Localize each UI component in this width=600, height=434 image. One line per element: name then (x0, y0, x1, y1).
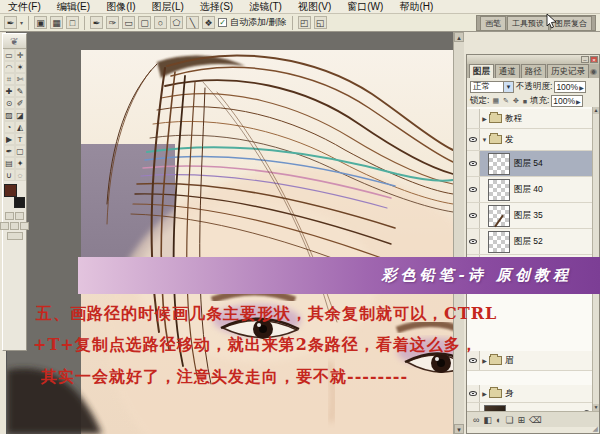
zoom-tool-icon[interactable]: ◌ (15, 169, 26, 181)
magic-wand-tool-icon[interactable]: ✶ (15, 61, 26, 73)
dodge-tool-icon[interactable]: ◭ (15, 121, 26, 133)
scroll-up-icon[interactable]: ▲ (593, 107, 599, 114)
menu-select[interactable]: 选择(S) (192, 0, 241, 14)
dropdown-arrow-icon[interactable]: ▼ (503, 82, 513, 92)
opacity-input[interactable]: 100%▶ (554, 81, 585, 93)
scroll-down-icon[interactable]: ▼ (593, 404, 599, 411)
layer-row-group[interactable]: ▶ 教程 (467, 109, 592, 129)
quick-mask-mode-button[interactable] (15, 212, 24, 220)
layer-mask-icon[interactable]: ◐ (496, 413, 501, 427)
tab-channels[interactable]: 通道 (495, 64, 520, 78)
history-brush-tool-icon[interactable]: ✐ (15, 97, 26, 109)
lock-transparency-icon[interactable]: ▦ (492, 97, 499, 105)
screen-mode-button-3[interactable] (20, 222, 29, 230)
visibility-toggle[interactable] (467, 403, 480, 411)
custom-shape-tool-button[interactable]: ❖ (202, 16, 215, 29)
crop-tool-icon[interactable]: ⌗ (4, 73, 15, 85)
menu-view[interactable]: 视图(V) (290, 0, 339, 14)
ellipse-tool-button[interactable]: ○ (154, 16, 167, 29)
collapse-arrow-icon[interactable]: ▶ (480, 357, 489, 364)
fill-arrow-icon[interactable]: ▶ (576, 98, 581, 105)
pen-tool-preset-icon[interactable]: ✒ (4, 16, 17, 29)
freeform-pen-tool-button[interactable]: ✑ (106, 16, 119, 29)
layer-row[interactable]: 图层 35 (467, 203, 592, 229)
combine-add-button[interactable]: ◰ (298, 16, 311, 29)
slice-tool-icon[interactable]: ✄ (15, 73, 26, 85)
shape-tool-icon[interactable]: ▢ (15, 145, 26, 157)
palette-close-button[interactable]: × (590, 56, 598, 63)
screen-mode-button-2[interactable] (10, 222, 19, 230)
scroll-up-icon[interactable]: ▲ (454, 32, 464, 42)
move-tool-icon[interactable]: ✛ (15, 49, 26, 61)
collapse-arrow-icon[interactable]: ▶ (480, 390, 489, 397)
lock-paint-icon[interactable]: ✎ (503, 97, 509, 105)
fill-input[interactable]: 100%▶ (551, 95, 582, 107)
marquee-tool-icon[interactable]: ▭ (4, 49, 15, 61)
layer-row-background[interactable]: 背景 (467, 403, 592, 411)
collapse-arrow-icon[interactable]: ▼ (480, 137, 489, 143)
well-tab-brushes[interactable]: 画笔 (480, 16, 506, 30)
rectangle-tool-button[interactable]: ▭ (122, 16, 135, 29)
layer-row-group[interactable]: ▶ 身 (467, 385, 592, 403)
pen-tool-button[interactable]: ✒ (90, 16, 103, 29)
layer-row-group[interactable]: ▼ 发 (467, 129, 592, 151)
layer-row[interactable]: 图层 52 (467, 229, 592, 255)
type-tool-icon[interactable]: T (15, 133, 26, 145)
fill-pixels-mode-button[interactable]: □ (66, 16, 79, 29)
menu-edit[interactable]: 编辑(E) (49, 0, 98, 14)
blur-tool-icon[interactable]: ◔ (4, 121, 15, 133)
standard-mode-button[interactable] (5, 212, 14, 220)
layer-row[interactable]: 图层 40 (467, 177, 592, 203)
screen-mode-button-1[interactable] (0, 222, 9, 230)
layer-row-group[interactable]: ▶ 眉 (467, 351, 592, 371)
lock-move-icon[interactable]: ✥ (513, 97, 519, 105)
palette-menu-icon[interactable]: ◉ (590, 66, 597, 78)
visibility-toggle[interactable] (467, 129, 480, 150)
delete-layer-icon[interactable]: ⌫ (529, 413, 542, 427)
layer-row[interactable]: 图层 54 (467, 151, 592, 177)
shape-layers-mode-button[interactable]: ▣ (34, 16, 47, 29)
visibility-toggle[interactable] (467, 177, 480, 202)
jump-to-imageready-button[interactable] (7, 232, 23, 240)
blend-mode-select[interactable]: 正常 ▼ (470, 81, 514, 93)
lock-all-icon[interactable]: ■ (523, 98, 527, 105)
brush-tool-icon[interactable]: ✎ (15, 85, 26, 97)
canvas-vertical-scrollbar[interactable]: ▲ ▼ (453, 32, 464, 434)
healing-brush-tool-icon[interactable]: ✚ (4, 85, 15, 97)
tab-history[interactable]: 历史记录 (547, 64, 589, 78)
clone-stamp-tool-icon[interactable]: ⊙ (4, 97, 15, 109)
well-tab-tool-presets[interactable]: 工具预设 (507, 16, 549, 30)
line-tool-button[interactable]: ╲ (186, 16, 199, 29)
visibility-toggle[interactable] (467, 151, 480, 176)
menu-window[interactable]: 窗口(W) (339, 0, 391, 14)
scroll-down-icon[interactable]: ▼ (454, 424, 464, 434)
rounded-rectangle-tool-button[interactable]: ▢ (138, 16, 151, 29)
palette-resize-grip[interactable]: ◢ (593, 425, 598, 433)
tab-paths[interactable]: 路径 (521, 64, 546, 78)
background-color-swatch[interactable] (14, 197, 25, 208)
menu-file[interactable]: 文件(F) (0, 0, 49, 14)
link-layers-icon[interactable]: ∞ (473, 413, 479, 427)
menu-layer[interactable]: 图层(L) (144, 0, 192, 14)
tab-layers[interactable]: 图层 (469, 64, 494, 78)
foreground-color-swatch[interactable] (4, 184, 17, 197)
pen-tool-icon[interactable]: ✒ (4, 145, 15, 157)
visibility-toggle[interactable] (467, 229, 480, 254)
eyedropper-tool-icon[interactable]: ✦ (15, 157, 26, 169)
eraser-tool-icon[interactable]: ▨ (4, 109, 15, 121)
notes-tool-icon[interactable]: ▤ (4, 157, 15, 169)
hand-tool-icon[interactable]: ∪ (4, 169, 15, 181)
menu-help[interactable]: 帮助(H) (391, 0, 441, 14)
palette-titlebar[interactable]: – × (467, 55, 599, 64)
path-selection-tool-icon[interactable]: ▶ (4, 133, 15, 145)
opacity-arrow-icon[interactable]: ▶ (579, 84, 584, 91)
visibility-toggle[interactable] (467, 109, 480, 128)
polygon-tool-button[interactable]: ⬠ (170, 16, 183, 29)
menu-image[interactable]: 图像(I) (98, 0, 143, 14)
visibility-toggle[interactable] (467, 385, 480, 402)
menu-filter[interactable]: 滤镜(T) (241, 0, 290, 14)
collapse-arrow-icon[interactable]: ▶ (480, 115, 489, 122)
combine-subtract-button[interactable]: ◱ (314, 16, 327, 29)
adjustment-layer-icon[interactable]: ❏ (505, 413, 513, 427)
visibility-toggle[interactable] (467, 203, 480, 228)
